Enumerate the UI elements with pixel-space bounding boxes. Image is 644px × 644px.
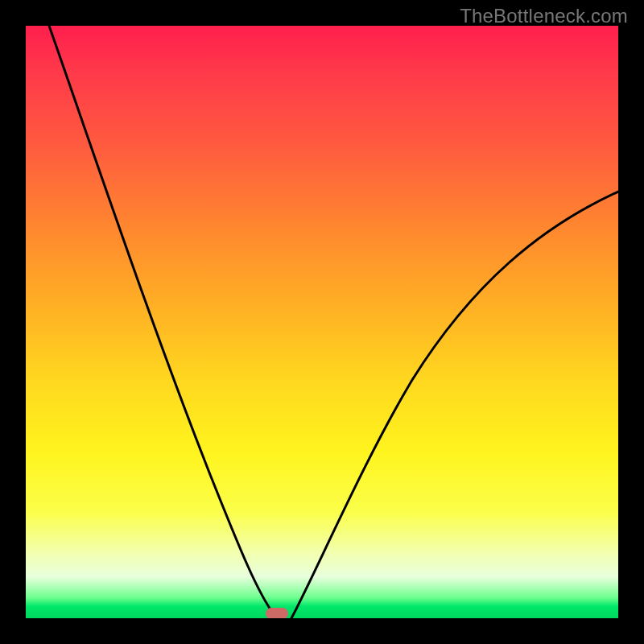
bottleneck-curve xyxy=(26,26,618,618)
curve-right-branch xyxy=(291,192,618,618)
plot-area xyxy=(26,26,618,618)
chart-frame: TheBottleneck.com xyxy=(0,0,644,644)
watermark-text: TheBottleneck.com xyxy=(460,5,628,27)
minimum-marker xyxy=(266,608,288,618)
curve-left-branch xyxy=(49,26,277,618)
